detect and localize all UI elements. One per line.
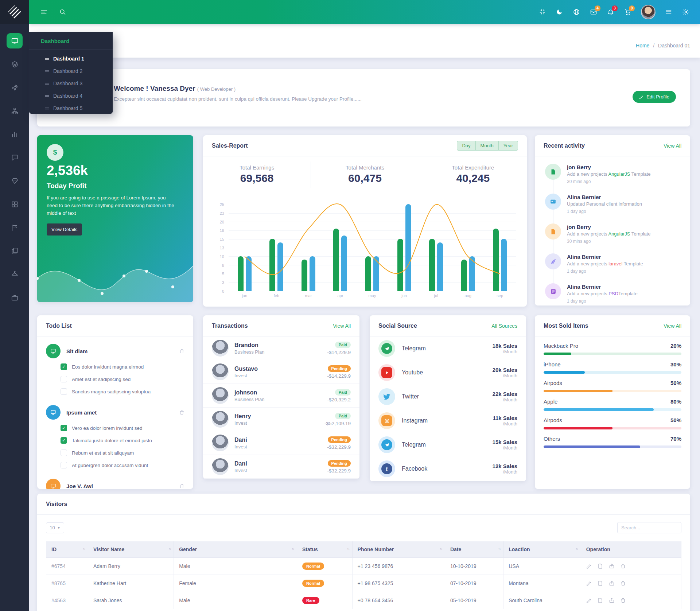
edit-button[interactable]: [586, 563, 592, 569]
sidebar-item-dashboard[interactable]: [7, 33, 23, 48]
file-button[interactable]: [598, 580, 603, 586]
sidebar-item-pages[interactable]: [7, 243, 23, 258]
notifications-button[interactable]: 3: [607, 8, 615, 16]
cell-location: USA: [503, 558, 581, 575]
activity-user[interactable]: Alina Bernier: [567, 194, 642, 200]
sidebar-item-apps[interactable]: [7, 196, 23, 212]
todo-checkbox[interactable]: [61, 462, 67, 468]
delete-button[interactable]: [620, 580, 626, 586]
activity-user[interactable]: jon Berry: [567, 164, 651, 170]
sort-icon[interactable]: ↑↓: [576, 547, 578, 551]
sidebar-item-flags[interactable]: [7, 220, 23, 235]
todo-checkbox[interactable]: [61, 376, 67, 382]
x-tick-label: mar: [305, 293, 312, 298]
activity-list-button[interactable]: [665, 8, 673, 16]
export-button[interactable]: [609, 580, 615, 586]
col-location[interactable]: Loaction↑↓: [503, 541, 581, 558]
sidebar-item-widgets[interactable]: [7, 173, 23, 188]
psd-file-icon: [545, 283, 561, 299]
submenu-item-dashboard-2[interactable]: Dashboard 2: [29, 65, 113, 77]
col-visitor-name[interactable]: Visitor Name↑↓: [88, 541, 174, 558]
view-details-button[interactable]: View Details: [47, 223, 82, 236]
social-row[interactable]: Instagram 11k Sales/Month: [370, 409, 526, 433]
range-day-button[interactable]: Day: [457, 141, 475, 151]
todo-checkbox[interactable]: ✓: [61, 425, 67, 431]
sidebar-item-business[interactable]: [7, 290, 23, 305]
todo-checkbox[interactable]: ✓: [61, 363, 67, 370]
cart-button[interactable]: 9: [624, 8, 632, 16]
language-button[interactable]: [572, 8, 580, 16]
transaction-row[interactable]: GustavoInvest Pending-$14,229.9: [203, 360, 359, 384]
sidebar-item-hierarchy[interactable]: [7, 103, 23, 118]
dark-mode-button[interactable]: [555, 8, 563, 16]
pencil-icon: [586, 598, 592, 603]
sidebar-item-messages[interactable]: [7, 150, 23, 165]
sort-icon[interactable]: ↑↓: [168, 547, 171, 551]
social-row[interactable]: Telegram 18k Sales/Month: [370, 336, 526, 361]
col-status[interactable]: Status↑↓: [297, 541, 353, 558]
delete-group-button[interactable]: [179, 410, 184, 415]
export-button[interactable]: [609, 598, 615, 603]
col-phone[interactable]: Phone Number↑↓: [352, 541, 445, 558]
submenu-item-dashboard-3[interactable]: Dashboard 3: [29, 77, 113, 90]
range-month-button[interactable]: Month: [475, 141, 499, 151]
messages-button[interactable]: 4: [590, 8, 598, 16]
delete-group-button[interactable]: [179, 483, 184, 489]
app-logo[interactable]: [0, 0, 29, 24]
most-sold-view-all-link[interactable]: View All: [664, 323, 681, 329]
sort-icon[interactable]: ↑↓: [347, 547, 349, 551]
all-sources-link[interactable]: All Sources: [491, 323, 517, 329]
todo-checkbox[interactable]: [61, 388, 67, 395]
page-size-select[interactable]: 10▼: [46, 522, 64, 533]
delete-group-button[interactable]: [179, 349, 184, 354]
col-date[interactable]: Date↑↓: [445, 541, 503, 558]
delete-button[interactable]: [620, 598, 626, 603]
status-badge: Normal: [302, 580, 324, 587]
social-row[interactable]: Twitter 22k Sales/Month: [370, 385, 526, 409]
edit-button[interactable]: [586, 580, 592, 586]
export-button[interactable]: [609, 563, 615, 569]
submenu-item-dashboard-4[interactable]: Dashboard 4: [29, 90, 113, 102]
edit-button[interactable]: [586, 598, 592, 603]
sort-icon[interactable]: ↑↓: [440, 547, 442, 551]
activity-user[interactable]: Alina Bernier: [567, 284, 638, 290]
search-input[interactable]: [617, 522, 681, 533]
fullscreen-button[interactable]: [538, 8, 546, 16]
col-id[interactable]: ID↑↓: [46, 541, 88, 558]
social-row[interactable]: Youtube 20k Sales/Month: [370, 361, 526, 385]
sidebar-item-launch[interactable]: [7, 80, 23, 95]
sort-icon[interactable]: ↑↓: [292, 547, 294, 551]
settings-button[interactable]: [682, 8, 690, 16]
sort-icon[interactable]: ↑↓: [83, 547, 85, 551]
transaction-row[interactable]: BrandonBusiness Plan Paid-$14,229.9: [203, 336, 359, 360]
file-button[interactable]: [598, 563, 603, 569]
sidebar-item-layers[interactable]: [7, 57, 23, 72]
submenu-item-dashboard-1[interactable]: Dashboard 1: [29, 52, 113, 65]
col-gender[interactable]: Gender↑↓: [174, 541, 297, 558]
transaction-row[interactable]: HenryInvest Paid-$52,109.19: [203, 408, 359, 431]
activity-user[interactable]: jon Berry: [567, 224, 651, 230]
edit-profile-button[interactable]: Edit Profile: [633, 91, 676, 103]
recent-view-all-link[interactable]: View All: [664, 143, 681, 149]
todo-checkbox[interactable]: [61, 450, 67, 456]
social-row[interactable]: Telegram 15k Sales/Month: [370, 433, 526, 457]
sidebar-toggle-button[interactable]: [40, 8, 48, 16]
transaction-row[interactable]: johnsonBusiness Plan Paid-$20,329.2: [203, 384, 359, 408]
transaction-row[interactable]: DaniInvest Pending-$32,229.9: [203, 431, 359, 455]
search-button[interactable]: [58, 8, 66, 16]
breadcrumb-home-link[interactable]: Home: [636, 43, 649, 48]
transaction-row[interactable]: DaniInvest Pending-$32,229.9: [203, 455, 359, 479]
transactions-view-all-link[interactable]: View All: [333, 323, 351, 329]
delete-button[interactable]: [620, 563, 626, 569]
range-year-button[interactable]: Year: [498, 141, 518, 151]
item-name: Airpods: [544, 380, 562, 386]
sidebar-item-charts[interactable]: [7, 127, 23, 142]
todo-checkbox[interactable]: ✓: [61, 437, 67, 444]
sort-icon[interactable]: ↑↓: [498, 547, 500, 551]
social-row[interactable]: f Facebook 12k Sales/Month: [370, 457, 526, 481]
user-avatar[interactable]: [641, 5, 656, 19]
activity-user[interactable]: Alina Bernier: [567, 254, 643, 260]
file-button[interactable]: [598, 598, 603, 603]
submenu-item-dashboard-5[interactable]: Dashboard 5: [29, 102, 113, 114]
sidebar-item-products[interactable]: [7, 266, 23, 282]
